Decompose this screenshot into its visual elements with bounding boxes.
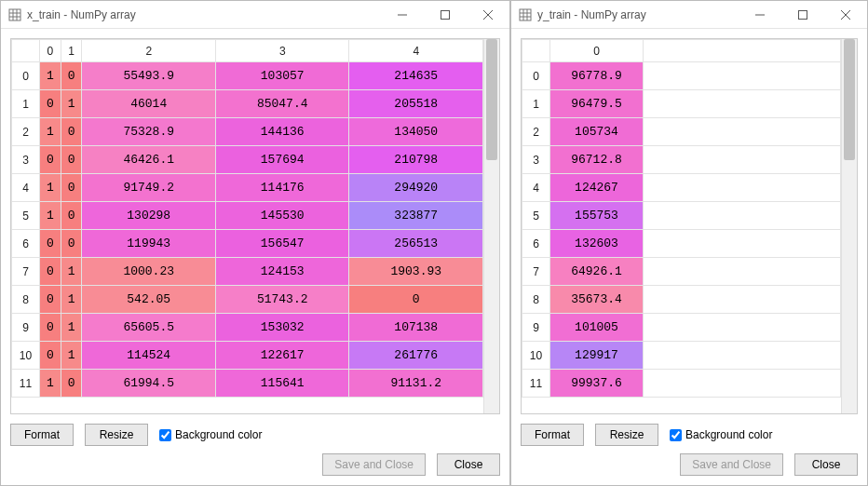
row-header[interactable]: 8: [522, 286, 550, 314]
maximize-button[interactable]: [781, 1, 824, 28]
data-cell[interactable]: 134050: [349, 118, 483, 146]
data-cell[interactable]: 132603: [550, 230, 644, 258]
array-grid[interactable]: 0123401055493.91030572146351014601485047…: [11, 39, 483, 398]
data-cell[interactable]: 0: [61, 202, 82, 230]
data-cell[interactable]: 294920: [349, 174, 483, 202]
data-cell[interactable]: 0: [61, 62, 82, 90]
data-cell[interactable]: 96778.9: [550, 62, 644, 90]
data-cell[interactable]: 124153: [215, 258, 349, 286]
close-button[interactable]: [467, 1, 509, 28]
row-header[interactable]: 11: [12, 370, 40, 398]
data-cell[interactable]: 103057: [215, 62, 349, 90]
data-cell[interactable]: 124267: [550, 174, 644, 202]
data-cell[interactable]: 0: [40, 286, 61, 314]
data-cell[interactable]: 91749.2: [82, 174, 216, 202]
background-color-checkbox[interactable]: Background color: [670, 428, 772, 441]
background-color-checkbox-input[interactable]: [670, 429, 682, 441]
row-header[interactable]: 2: [12, 118, 40, 146]
data-cell[interactable]: 46014: [82, 90, 216, 118]
data-cell[interactable]: 0: [61, 174, 82, 202]
data-cell[interactable]: 144136: [215, 118, 349, 146]
data-cell[interactable]: 1: [61, 314, 82, 342]
data-cell[interactable]: 105734: [550, 118, 644, 146]
column-header[interactable]: 3: [215, 40, 349, 62]
row-header[interactable]: 10: [12, 342, 40, 370]
minimize-button[interactable]: [739, 1, 781, 28]
data-cell[interactable]: 261776: [349, 342, 483, 370]
data-cell[interactable]: 0: [40, 90, 61, 118]
column-header[interactable]: 1: [61, 40, 82, 62]
row-header[interactable]: 1: [522, 90, 550, 118]
data-cell[interactable]: 51743.2: [215, 286, 349, 314]
data-cell[interactable]: 1: [40, 62, 61, 90]
background-color-checkbox-input[interactable]: [159, 429, 171, 441]
data-cell[interactable]: 542.05: [82, 286, 216, 314]
row-header[interactable]: 1: [12, 90, 40, 118]
data-cell[interactable]: 1: [40, 174, 61, 202]
scroll-thumb[interactable]: [844, 39, 855, 160]
data-cell[interactable]: 64926.1: [550, 258, 644, 286]
row-header[interactable]: 9: [12, 314, 40, 342]
save-and-close-button[interactable]: Save and Close: [680, 453, 783, 476]
data-cell[interactable]: 91131.2: [349, 370, 483, 398]
column-header[interactable]: 0: [550, 40, 644, 62]
data-cell[interactable]: 1: [61, 258, 82, 286]
row-header[interactable]: 4: [12, 174, 40, 202]
data-cell[interactable]: 1000.23: [82, 258, 216, 286]
data-cell[interactable]: 0: [61, 146, 82, 174]
data-cell[interactable]: 55493.9: [82, 62, 216, 90]
data-cell[interactable]: 153032: [215, 314, 349, 342]
data-cell[interactable]: 0: [61, 370, 82, 398]
row-header[interactable]: 11: [522, 370, 550, 398]
row-header[interactable]: 0: [522, 62, 550, 90]
close-button[interactable]: [824, 1, 867, 28]
resize-button[interactable]: Resize: [595, 424, 658, 446]
data-cell[interactable]: 0: [40, 314, 61, 342]
data-cell[interactable]: 156547: [215, 230, 349, 258]
data-cell[interactable]: 61994.5: [82, 370, 216, 398]
row-header[interactable]: 4: [522, 174, 550, 202]
close-window-button[interactable]: Close: [437, 453, 500, 476]
data-cell[interactable]: 75328.9: [82, 118, 216, 146]
data-cell[interactable]: 130298: [82, 202, 216, 230]
row-header[interactable]: 9: [522, 314, 550, 342]
data-cell[interactable]: 0: [61, 118, 82, 146]
row-header[interactable]: 7: [12, 258, 40, 286]
format-button[interactable]: Format: [521, 424, 584, 446]
data-cell[interactable]: 115641: [215, 370, 349, 398]
data-cell[interactable]: 99937.6: [550, 370, 644, 398]
column-header[interactable]: 4: [349, 40, 483, 62]
row-header[interactable]: 6: [522, 230, 550, 258]
data-cell[interactable]: 96479.5: [550, 90, 644, 118]
maximize-button[interactable]: [424, 1, 467, 28]
data-cell[interactable]: 0: [61, 230, 82, 258]
format-button[interactable]: Format: [10, 424, 74, 446]
row-header[interactable]: 5: [522, 202, 550, 230]
row-header[interactable]: 3: [522, 146, 550, 174]
row-header[interactable]: 6: [12, 230, 40, 258]
data-cell[interactable]: 129917: [550, 342, 644, 370]
data-cell[interactable]: 256513: [349, 230, 483, 258]
data-cell[interactable]: 101005: [550, 314, 644, 342]
row-header[interactable]: 8: [12, 286, 40, 314]
data-cell[interactable]: 214635: [349, 62, 483, 90]
background-color-checkbox[interactable]: Background color: [159, 428, 262, 441]
scroll-thumb[interactable]: [486, 39, 497, 160]
data-cell[interactable]: 114176: [215, 174, 349, 202]
resize-button[interactable]: Resize: [85, 424, 148, 446]
data-cell[interactable]: 1: [40, 118, 61, 146]
data-cell[interactable]: 1: [40, 370, 61, 398]
column-header[interactable]: 0: [40, 40, 61, 62]
data-cell[interactable]: 35673.4: [550, 286, 644, 314]
data-cell[interactable]: 46426.1: [82, 146, 216, 174]
column-header[interactable]: 2: [82, 40, 216, 62]
array-grid[interactable]: 0096778.9196479.52105734396712.841242675…: [522, 39, 841, 398]
vertical-scrollbar[interactable]: [841, 39, 857, 413]
data-cell[interactable]: 1: [61, 286, 82, 314]
data-cell[interactable]: 119943: [82, 230, 216, 258]
data-cell[interactable]: 122617: [215, 342, 349, 370]
vertical-scrollbar[interactable]: [483, 39, 499, 413]
data-cell[interactable]: 323877: [349, 202, 483, 230]
data-cell[interactable]: 155753: [550, 202, 644, 230]
row-header[interactable]: 2: [522, 118, 550, 146]
